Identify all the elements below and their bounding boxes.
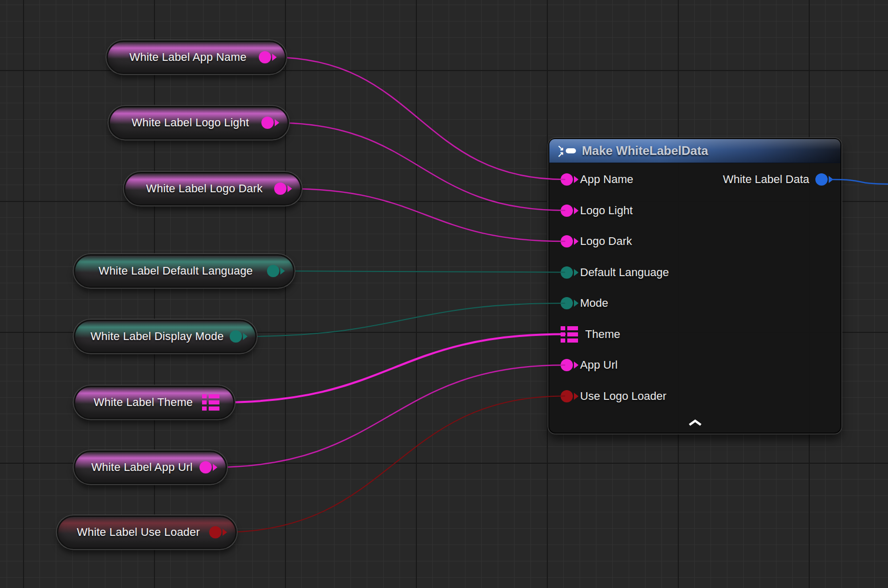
getter-label: White Label App Name xyxy=(123,51,253,64)
input-pin-default-language-tip xyxy=(574,269,579,276)
input-row-use-logo-loader: Use Logo Loader xyxy=(561,382,667,411)
make-whitelabeldata-node[interactable]: ↘ ↗ Make WhiteLabelData App NameLogo Lig… xyxy=(548,138,841,434)
input-pin-app-name[interactable] xyxy=(561,173,573,186)
getter-label: White Label Logo Dark xyxy=(141,182,268,195)
output-pin-white-label-default-language[interactable] xyxy=(267,265,279,277)
input-pin-mode-tip xyxy=(574,300,579,307)
wire-white-label-app-url-to-app-url[interactable] xyxy=(213,365,565,467)
getter-label: White Label Use Loader xyxy=(74,526,203,539)
output-pin-white-label-display-mode[interactable] xyxy=(230,330,242,343)
getter-node-white-label-logo-light[interactable]: White Label Logo Light xyxy=(108,106,289,140)
output-pin-white-label-data-tip xyxy=(829,176,833,183)
output-pin-white-label-use-loader-tip xyxy=(223,529,227,536)
output-pin-white-label-data[interactable] xyxy=(815,173,828,186)
make-struct-arrow-in-bottom: ↗ xyxy=(558,151,564,157)
input-pin-app-url-tip xyxy=(574,361,579,369)
input-row-logo-light: Logo Light xyxy=(561,196,633,225)
input-pin-label: App Url xyxy=(580,358,617,372)
input-row-logo-dark: Logo Dark xyxy=(561,227,632,256)
input-pin-default-language[interactable] xyxy=(561,266,573,279)
input-pin-label: App Name xyxy=(580,173,633,186)
input-pin-app-url[interactable] xyxy=(561,359,573,371)
input-pin-mode[interactable] xyxy=(561,297,573,309)
wire-white-label-logo-light-to-logo-light[interactable] xyxy=(275,123,565,211)
output-pin-white-label-app-name-tip xyxy=(272,54,277,61)
input-row-theme: Theme xyxy=(561,320,620,349)
collapse-node-button[interactable] xyxy=(684,417,706,428)
output-pin-white-label-use-loader[interactable] xyxy=(209,526,221,538)
getter-node-white-label-theme[interactable]: White Label Theme xyxy=(74,386,235,419)
output-pin-white-label-default-language-tip xyxy=(280,267,285,275)
input-row-app-url: App Url xyxy=(561,351,617,379)
output-pin-white-label-theme[interactable] xyxy=(202,394,219,411)
blueprint-graph-canvas[interactable]: ↘ ↗ Make WhiteLabelData App NameLogo Lig… xyxy=(0,0,888,588)
getter-label: White Label Display Mode xyxy=(91,330,224,343)
output-pin-white-label-display-mode-tip xyxy=(243,333,248,340)
wire-white-label-use-loader-to-use-logo-loader[interactable] xyxy=(223,396,565,533)
input-row-mode: Mode xyxy=(561,289,608,318)
getter-node-white-label-default-language[interactable]: White Label Default Language xyxy=(74,254,295,288)
getter-label: White Label Theme xyxy=(91,396,196,409)
input-pin-label: Logo Light xyxy=(580,204,633,217)
input-pin-use-logo-loader-tip xyxy=(574,393,579,400)
input-pin-label: Logo Dark xyxy=(580,235,632,248)
input-pin-label: Mode xyxy=(580,297,608,310)
input-row-app-name: App Name xyxy=(561,165,633,194)
make-struct-icon: ↘ ↗ xyxy=(558,144,576,157)
output-pin-white-label-app-name[interactable] xyxy=(259,51,271,63)
make-node-title: Make WhiteLabelData xyxy=(582,144,708,158)
getter-node-white-label-use-loader[interactable]: White Label Use Loader xyxy=(57,515,237,549)
input-pin-logo-dark-tip xyxy=(574,238,579,245)
output-pin-white-label-logo-light-tip xyxy=(275,119,279,126)
getter-label: White Label Default Language xyxy=(91,264,261,278)
output-row-white-label-data: White Label Data xyxy=(723,165,828,194)
output-pin-white-label-app-url-tip xyxy=(213,464,217,471)
getter-label: White Label Logo Light xyxy=(125,116,255,129)
input-pin-logo-dark[interactable] xyxy=(561,235,573,247)
chevron-up-icon xyxy=(687,419,703,426)
make-node-header[interactable]: ↘ ↗ Make WhiteLabelData xyxy=(549,139,840,163)
input-pin-label: Theme xyxy=(585,328,620,341)
output-pin-label: White Label Data xyxy=(723,173,809,186)
input-row-default-language: Default Language xyxy=(561,258,669,287)
input-pin-logo-light-tip xyxy=(574,207,579,214)
input-pin-label: Default Language xyxy=(580,266,669,279)
wire-white-label-logo-dark-to-logo-dark[interactable] xyxy=(287,189,565,241)
input-pin-logo-light[interactable] xyxy=(561,205,573,217)
wire-white-label-display-mode-to-mode[interactable] xyxy=(242,303,565,336)
input-pin-label: Use Logo Loader xyxy=(580,390,667,403)
input-pin-app-name-tip xyxy=(574,176,579,183)
input-pin-theme[interactable] xyxy=(561,326,578,343)
getter-node-white-label-app-url[interactable]: White Label App Url xyxy=(74,450,227,484)
wire-white-label-default-language-to-default-language[interactable] xyxy=(280,271,565,273)
input-pin-use-logo-loader[interactable] xyxy=(561,390,573,402)
getter-node-white-label-app-name[interactable]: White Label App Name xyxy=(106,40,286,74)
output-pin-white-label-app-url[interactable] xyxy=(199,461,212,473)
output-pin-white-label-logo-dark-tip xyxy=(287,185,292,192)
getter-node-white-label-logo-dark[interactable]: White Label Logo Dark xyxy=(124,172,302,206)
wire-white-label-app-name-to-app-name[interactable] xyxy=(272,57,565,179)
output-pin-white-label-logo-light[interactable] xyxy=(261,117,274,129)
wire-white-label-theme-to-theme[interactable] xyxy=(220,334,565,403)
getter-node-white-label-display-mode[interactable]: White Label Display Mode xyxy=(74,320,257,353)
getter-label: White Label App Url xyxy=(91,461,193,474)
output-pin-white-label-logo-dark[interactable] xyxy=(274,183,286,195)
make-struct-pill xyxy=(566,148,576,153)
